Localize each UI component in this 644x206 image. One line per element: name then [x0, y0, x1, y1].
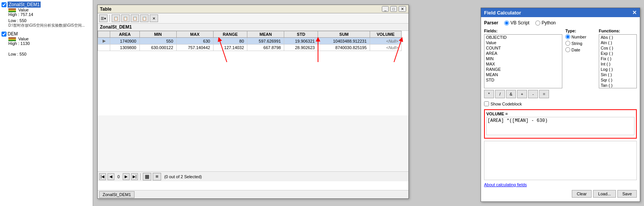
nav-first-btn[interactable]: |◀	[99, 173, 106, 180]
fc-close-btn[interactable]: ✕	[632, 10, 637, 16]
cell-sum-1: 10403488.912231	[318, 38, 370, 45]
fc-func-cos[interactable]: Cos ( )	[599, 45, 636, 51]
fc-func-abs[interactable]: Abs ( )	[599, 35, 636, 40]
fc-body: Parser VB Script Python Fields: OBJECTID…	[481, 17, 640, 201]
fc-python-radio-label[interactable]: Python	[535, 20, 555, 26]
fc-codeblock-checkbox[interactable]	[484, 101, 489, 106]
fc-functions-label: Functions:	[599, 29, 637, 33]
col-header-min[interactable]: MIN	[139, 31, 176, 38]
fc-fields-listbox[interactable]: OBJECTID Value COUNT AREA MIN MAX RANGE …	[484, 34, 562, 88]
fc-functions-list[interactable]: Abs ( ) Atn ( ) Cos ( ) Exp ( ) Fix ( ) …	[599, 34, 637, 88]
fc-type-date-label[interactable]: Date	[565, 47, 596, 52]
fc-about-link[interactable]: About calculating fields	[484, 182, 637, 187]
table-title: Table	[100, 6, 111, 12]
fc-type-string-label[interactable]: String	[565, 41, 596, 46]
fc-type-date-radio[interactable]	[565, 47, 570, 52]
cell-range-2: 127.14032	[213, 45, 247, 51]
cell-std-2: 28.902623	[284, 45, 318, 51]
fc-func-fix[interactable]: Fix ( )	[599, 56, 636, 61]
fc-expr-input[interactable]: [AREA] *([MEAN] - 630)	[486, 117, 635, 135]
toolbar-btn-1[interactable]: 📋	[112, 14, 120, 22]
col-header-range[interactable]: RANGE	[213, 31, 247, 38]
nav-prev-btn[interactable]: ◀	[108, 173, 114, 180]
fc-load-btn[interactable]: Load...	[593, 190, 616, 198]
fc-func-log[interactable]: Log ( )	[599, 67, 636, 72]
fc-field-std[interactable]: STD	[484, 77, 562, 83]
fc-show-codeblock: Show Codeblock	[484, 101, 637, 106]
table-row[interactable]: ▶ 1740900 550 630 80 597.626991 19.90632…	[98, 38, 402, 45]
legend-low-2: Low : 550	[8, 52, 91, 56]
table-tab-zonalst[interactable]: ZonalSt_DEM1	[99, 191, 134, 198]
fc-op-equals[interactable]: =	[539, 90, 549, 98]
cell-volume-2: <Null>	[370, 45, 402, 51]
table-window: Table _ □ ✕ ☰▾ 📋 📋 📋 📋 ✕ ZonalSt_DEM1 AR…	[97, 5, 409, 199]
nav-view-btn-2[interactable]: ≡	[153, 173, 161, 180]
fc-func-atn[interactable]: Atn ( )	[599, 40, 636, 45]
table-close-btn[interactable]: ✕	[399, 6, 406, 12]
table-toolbar: ☰▾ 📋 📋 📋 📋 ✕	[98, 13, 408, 24]
table-restore-btn[interactable]: □	[390, 6, 397, 12]
table-name-bar: ZonalSt_DEM1	[98, 24, 408, 31]
fc-vbscript-radio[interactable]	[504, 21, 509, 26]
fc-func-sin[interactable]: Sin ( )	[599, 72, 636, 77]
toolbar-btn-2[interactable]: 📋	[121, 14, 130, 22]
fc-field-area[interactable]: AREA	[484, 51, 562, 56]
fc-op-multiply[interactable]: *	[484, 90, 494, 98]
table-row[interactable]: 1309800 630.000122 757.140442 127.14032 …	[98, 45, 402, 51]
col-header-std[interactable]: STD	[284, 31, 318, 38]
fc-clear-btn[interactable]: Clear	[572, 190, 592, 198]
col-header-volume[interactable]: VOLUME	[370, 31, 402, 38]
col-header-rownum	[98, 31, 110, 38]
layer-label-dem[interactable]: DEM	[8, 31, 18, 37]
col-header-mean[interactable]: MEAN	[247, 31, 284, 38]
fc-type-number-label[interactable]: Number	[565, 34, 596, 39]
fc-field-max[interactable]: MAX	[484, 61, 562, 67]
fc-func-int[interactable]: Int ( )	[599, 61, 636, 67]
layer-checkbox-dem[interactable]	[2, 32, 6, 37]
layer-label-zonalst[interactable]: ZonalSt_DEM1	[8, 2, 41, 8]
fc-op-divide[interactable]: /	[495, 90, 505, 98]
fc-field-value[interactable]: Value	[484, 40, 562, 45]
fc-vbscript-radio-label[interactable]: VB Script	[504, 20, 529, 26]
fc-op-subtract[interactable]: -	[528, 90, 538, 98]
nav-view-btn-1[interactable]: ▦	[143, 173, 151, 180]
nav-last-btn[interactable]: ▶|	[131, 173, 138, 180]
legend-low-1: Low : 550	[8, 18, 91, 23]
fc-expression-section: VOLUME = [AREA] *([MEAN] - 630)	[484, 109, 637, 139]
data-table: AREA MIN MAX RANGE MEAN STD SUM VOLUME ▶…	[98, 31, 402, 51]
fc-field-mean[interactable]: MEAN	[484, 72, 562, 77]
fc-field-range[interactable]: RANGE	[484, 67, 562, 72]
table-minimize-btn[interactable]: _	[382, 6, 389, 12]
toolbar-btn-3[interactable]: 📋	[131, 14, 139, 22]
fc-field-count[interactable]: COUNT	[484, 45, 562, 51]
fc-type-string-radio[interactable]	[565, 41, 570, 46]
cell-range-1: 80	[213, 38, 247, 45]
fc-func-tan[interactable]: Tan ( )	[599, 83, 636, 88]
cell-sum-2: 8740030.825195	[318, 45, 370, 51]
fc-field-min[interactable]: MIN	[484, 56, 562, 61]
fc-expr-field-label: VOLUME =	[486, 112, 635, 116]
legend-high-1: High : 757.14	[8, 12, 91, 17]
toolbar-btn-5[interactable]: ✕	[150, 14, 158, 22]
fc-field-objectid[interactable]: OBJECTID	[484, 35, 562, 40]
fc-col-functions: Functions: Abs ( ) Atn ( ) Cos ( ) Exp (…	[599, 29, 637, 88]
fc-save-btn[interactable]: Save	[617, 190, 637, 198]
fc-func-exp[interactable]: Exp ( )	[599, 51, 636, 56]
row-num-1: ▶	[98, 38, 110, 45]
col-header-sum[interactable]: SUM	[318, 31, 370, 38]
fc-func-sqr[interactable]: Sqr ( )	[599, 77, 636, 83]
fc-title: Field Calculator	[484, 10, 521, 16]
data-table-container[interactable]: AREA MIN MAX RANGE MEAN STD SUM VOLUME ▶…	[98, 31, 408, 107]
fc-op-add[interactable]: +	[517, 90, 527, 98]
nav-selection-info: (0 out of 2 Selected)	[164, 174, 202, 179]
fc-python-radio[interactable]	[535, 21, 540, 26]
toolbar-btn-4[interactable]: 📋	[140, 14, 149, 22]
col-header-area[interactable]: AREA	[110, 31, 139, 38]
layer-checkbox-zonalst[interactable]	[2, 2, 6, 7]
nav-next-btn[interactable]: ▶	[123, 173, 130, 180]
toolbar-options-btn[interactable]: ☰▾	[99, 14, 108, 22]
fc-parser-label: Parser	[484, 20, 498, 26]
fc-type-number-radio[interactable]	[565, 34, 570, 39]
col-header-max[interactable]: MAX	[176, 31, 213, 38]
fc-op-concat[interactable]: &	[506, 90, 516, 98]
